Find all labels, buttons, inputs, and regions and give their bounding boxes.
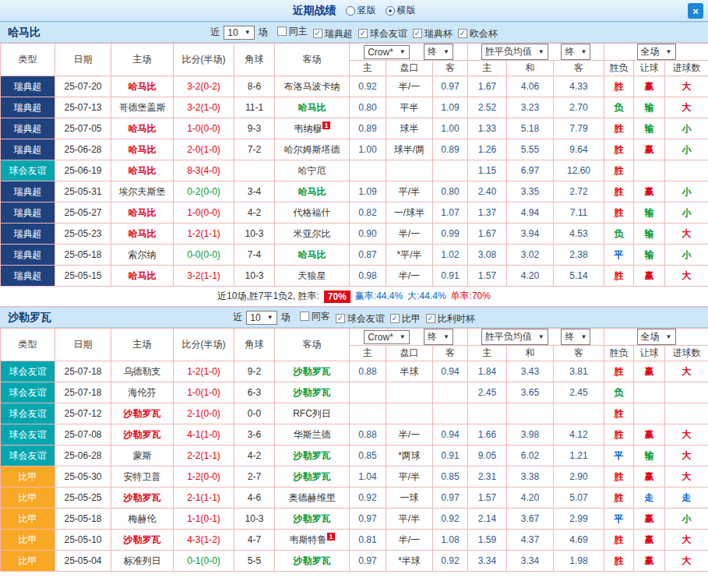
away-team-cell: 沙勒罗瓦 <box>275 551 350 572</box>
handicap-result-cell: 赢 <box>634 181 665 202</box>
select-value: 胜平负均值 <box>485 45 532 58</box>
view-option-horizontal[interactable]: 横版 <box>386 4 416 17</box>
result-cell: 胜 <box>604 530 634 551</box>
home-team-cell: 索尔纳 <box>111 245 174 266</box>
avg-home-cell: 1.26 <box>468 139 507 160</box>
filter-checkbox-球会友谊[interactable]: 球会友谊 <box>358 27 407 40</box>
match-row: 球会友谊25-06-28蒙斯2-2(1-1)4-2沙勒罗瓦0.85*两球0.91… <box>1 445 708 467</box>
asian-win-rate: 赢率:44.4% <box>355 290 403 303</box>
avg-home-cell: 1.57 <box>468 488 507 509</box>
goals-result-cell: 走 <box>665 488 708 509</box>
home-team-cell: 蒙斯 <box>111 445 174 467</box>
avg-draw-cell: 3.43 <box>507 361 554 382</box>
league-cell: 球会友谊 <box>1 382 55 403</box>
odds-line-cell: *两球 <box>386 445 433 467</box>
date-cell: 25-05-30 <box>55 467 111 488</box>
avg-away-cell: 5.07 <box>554 488 604 509</box>
odds-away-cell: 1.08 <box>433 530 468 551</box>
avg-away-cell: 1.98 <box>554 551 604 572</box>
scope-select[interactable]: 全场▼ <box>637 44 676 60</box>
col-avg-draw: 和 <box>507 346 554 361</box>
odds-line-cell: 一/球半 <box>386 202 433 224</box>
date-cell: 25-06-28 <box>55 139 111 160</box>
filter-checkbox-欧会杯[interactable]: 欧会杯 <box>458 27 498 40</box>
odds-company-select[interactable]: Crow*▼ <box>364 330 410 344</box>
avg-stage-select[interactable]: 终▼ <box>561 44 590 60</box>
recent-label: 近 <box>210 26 220 39</box>
result-cell: 平 <box>604 245 634 266</box>
odds-away-cell: 0.80 <box>433 181 468 202</box>
avg-type-select[interactable]: 胜平负均值▼ <box>481 329 548 345</box>
chevron-down-icon: ▼ <box>443 48 449 55</box>
match-row: 比甲25-05-04标准列日0-1(0-0)5-5沙勒罗瓦0.97*半球0.92… <box>1 551 708 572</box>
league-cell: 瑞典超 <box>1 118 55 139</box>
handicap-result-cell <box>634 382 665 403</box>
goals-result-cell: 小 <box>665 139 708 160</box>
filter-checkbox-瑞典杯[interactable]: 瑞典杯 <box>413 27 453 40</box>
odds-line-cell <box>386 160 433 181</box>
avg-home-cell: 2.14 <box>468 509 507 530</box>
odds-away-cell <box>433 160 468 181</box>
checkbox-label: 球会友谊 <box>347 312 385 326</box>
away-team-cell: 哈马比 <box>275 181 350 202</box>
handicap-result-cell: 赢 <box>634 530 665 551</box>
recent-count-select[interactable]: 10 ▼ <box>224 26 254 40</box>
col-odds-home: 主 <box>350 346 386 361</box>
handicap-result-cell <box>634 403 665 424</box>
odds-home-cell: 0.80 <box>350 97 386 118</box>
odds-stage-select[interactable]: 终▼ <box>424 329 453 345</box>
team-name: 哈马比 <box>8 26 41 40</box>
odds-stage-select[interactable]: 终▼ <box>424 44 453 60</box>
chevron-down-icon: ▼ <box>666 333 672 340</box>
view-option-vertical[interactable]: 竖版 <box>346 4 376 17</box>
odds-line-cell: 球半 <box>386 118 433 139</box>
goals-result-cell: 小 <box>665 181 708 202</box>
league-cell: 球会友谊 <box>1 160 55 181</box>
odds-line-cell: *半球 <box>386 551 433 572</box>
filter-checkbox-瑞典超[interactable]: 瑞典超 <box>313 27 353 40</box>
score-cell: 2-2(1-1) <box>174 445 234 467</box>
odds-home-cell: 0.88 <box>350 424 386 445</box>
match-row: 瑞典超25-05-31埃尔夫斯堡0-2(0-0)3-4哈马比1.09平/半0.8… <box>1 181 708 202</box>
score-cell: 3-2(0-2) <box>174 76 234 97</box>
over-rate: 大:44.4% <box>407 290 446 303</box>
away-team-cell: 华斯兰德 <box>275 424 350 445</box>
col-corner: 角球 <box>234 44 275 76</box>
filter-checkbox-比甲[interactable]: 比甲 <box>390 312 421 326</box>
odds-company-select[interactable]: Crow*▼ <box>364 45 410 59</box>
match-row: 瑞典超25-07-13哥德堡盖斯3-2(1-0)11-1哈马比0.80平半1.0… <box>1 97 708 118</box>
score-cell: 1-0(0-0) <box>174 202 234 224</box>
date-cell: 25-07-20 <box>55 76 111 97</box>
filter-checkbox-同主[interactable]: 同主 <box>277 25 308 38</box>
filter-checkbox-球会友谊[interactable]: 球会友谊 <box>336 312 385 326</box>
avg-home-cell: 2.52 <box>468 97 507 118</box>
corners-cell: 9-3 <box>234 118 275 139</box>
odds-home-cell: 0.92 <box>350 76 386 97</box>
note-badge: 1 <box>327 533 334 540</box>
odds-home-cell: 0.98 <box>350 266 386 287</box>
select-value: 全场 <box>641 45 660 58</box>
avg-home-cell: 9.05 <box>468 445 507 467</box>
avg-type-select[interactable]: 胜平负均值▼ <box>481 44 548 60</box>
handicap-result-cell: 赢 <box>634 76 665 97</box>
filter-checkbox-同客[interactable]: 同客 <box>300 310 330 323</box>
select-value: 终 <box>565 45 574 58</box>
avg-stage-select[interactable]: 终▼ <box>561 329 590 345</box>
col-odds-line: 盘口 <box>386 346 433 361</box>
goals-result-cell: 大 <box>665 445 708 467</box>
away-team-cell: 哈宁厄 <box>275 160 350 181</box>
close-icon[interactable]: × <box>688 3 703 19</box>
date-cell: 25-07-18 <box>55 361 111 382</box>
recent-count-select[interactable]: 10 ▼ <box>246 311 277 325</box>
col-odds-line: 盘口 <box>386 61 433 76</box>
goals-result-cell: 大 <box>665 266 708 287</box>
result-cell: 胜 <box>604 181 634 202</box>
col-handicap: 让球 <box>634 346 665 361</box>
odds-line-cell: 半/一 <box>386 224 433 245</box>
scope-select[interactable]: 全场▼ <box>637 329 676 345</box>
filter-checkbox-比利时杯[interactable]: 比利时杯 <box>426 312 475 326</box>
goals-result-cell: 小 <box>665 245 708 266</box>
result-cell: 胜 <box>604 160 634 181</box>
date-cell: 25-05-10 <box>55 530 111 551</box>
matches-label: 场 <box>259 26 268 39</box>
